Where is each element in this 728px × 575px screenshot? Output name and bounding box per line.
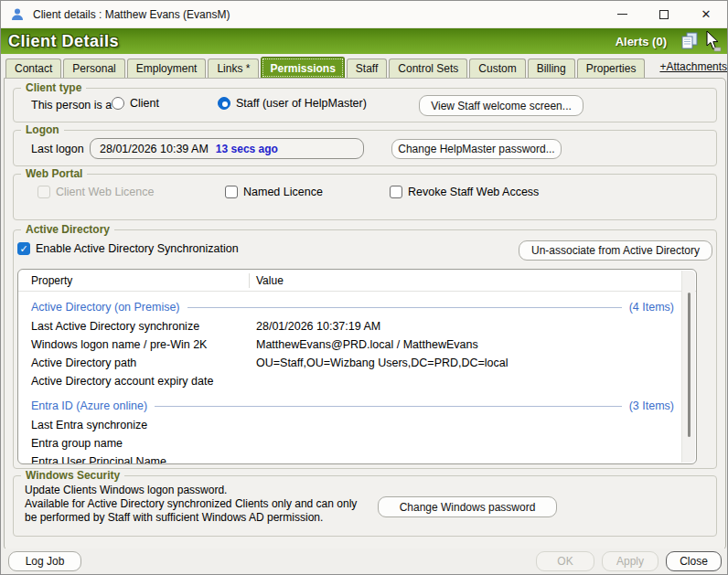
mouse-cursor-icon (705, 30, 722, 52)
ad-onpremise-section-title: Active Directory (on Premise) (31, 301, 180, 314)
tab-permissions[interactable]: Permissions (261, 57, 344, 79)
radio-staff-circle (218, 97, 230, 110)
radio-client[interactable]: Client (112, 97, 159, 110)
ad-onpremise-section-row: Active Directory (on Premise) (4 Items) (18, 297, 696, 317)
page-title: Client Details (8, 32, 119, 51)
client-type-prompt: This person is a .. (31, 99, 122, 112)
enable-ad-sync-label: Enable Active Directory Synchronization (36, 242, 239, 255)
attachments-link[interactable]: +Attachments (659, 60, 727, 79)
table-row[interactable]: Last Entra synchronize (18, 416, 696, 434)
logon-legend: Logon (21, 123, 64, 136)
close-icon: ✕ (701, 7, 712, 21)
change-helpmaster-password-button[interactable]: Change HelpMaster password... (391, 139, 562, 159)
web-portal-legend: Web Portal (21, 167, 87, 180)
section-divider-line (155, 406, 622, 407)
maximize-icon (659, 10, 669, 19)
maximize-button[interactable] (643, 1, 685, 27)
named-licence-checkbox[interactable]: Named Licence (225, 186, 323, 198)
person-icon (10, 7, 25, 22)
row-value: MatthewEvans@PRD.local / MatthewEvans (249, 338, 478, 351)
row-value: 28/01/2026 10:37:19 AM (249, 320, 380, 333)
ok-button[interactable]: OK (536, 551, 594, 571)
ad-property-table[interactable]: Property Value Active Directory (on Prem… (17, 269, 697, 464)
view-staff-welcome-button[interactable]: View Staff welcome screen... (419, 95, 583, 116)
entra-section-title: Entra ID (Azure online) (31, 399, 147, 412)
windows-security-text-line3: be performed by Staff with sufficient Wi… (25, 511, 323, 525)
tab-control-sets[interactable]: Control Sets (389, 59, 467, 79)
close-button[interactable]: ✕ (685, 1, 727, 27)
tab-strip: Contact Personal Employment Links * Perm… (5, 56, 723, 79)
permissions-tab-panel: Client type This person is a .. Client S… (4, 78, 726, 550)
row-property: Active Directory account expiry date (18, 375, 249, 388)
active-directory-group: Active Directory ✓ Enable Active Directo… (13, 229, 717, 469)
tab-custom[interactable]: Custom (469, 59, 525, 79)
row-property: Windows logon name / pre-Win 2K (18, 338, 249, 351)
change-windows-password-button[interactable]: Change Windows password (378, 496, 557, 517)
enable-ad-sync-box: ✓ (17, 242, 30, 255)
radio-staff-label: Staff (user of HelpMaster) (236, 97, 367, 110)
table-row[interactable]: Entra User Principal Name (18, 453, 696, 464)
tab-properties[interactable]: Properties (577, 59, 646, 79)
table-scrollbar[interactable] (681, 271, 695, 463)
page-header: Client Details Alerts (0) (1, 28, 727, 54)
ad-onpremise-item-count: (4 Items) (629, 301, 674, 314)
logon-group: Logon Last logon 28/01/2026 10:39 AM 13 … (13, 130, 717, 166)
apply-button[interactable]: Apply (602, 551, 658, 571)
windows-security-text-line1: Update Clients Windows logon password. (25, 484, 227, 497)
row-property: Entra group name (18, 437, 249, 450)
enable-ad-sync-checkbox[interactable]: ✓ Enable Active Directory Synchronizatio… (17, 242, 239, 255)
alerts-badge[interactable]: Alerts (0) (616, 35, 667, 48)
ad-table-body: Active Directory (on Premise) (4 Items) … (18, 297, 696, 464)
client-web-licence-checkbox: Client Web Licence (37, 186, 154, 198)
value-column-header[interactable]: Value (250, 274, 284, 287)
tab-links[interactable]: Links * (208, 59, 259, 79)
tab-contact[interactable]: Contact (5, 59, 61, 79)
row-value: OU=Staff,OU=Wizbang Users,DC=PRD,DC=loca… (249, 357, 509, 369)
windows-security-text-line2: Available for Active Directory synchroni… (25, 497, 357, 511)
unassociate-ad-button[interactable]: Un-associate from Active Directory (519, 240, 712, 261)
log-job-button[interactable]: Log Job (8, 551, 81, 571)
windows-security-group: Windows Security Update Clients Windows … (13, 475, 717, 537)
client-web-licence-box (37, 186, 50, 198)
table-row[interactable]: Last Active Directory synchronize 28/01/… (18, 317, 696, 335)
radio-client-circle (112, 97, 124, 110)
tab-employment[interactable]: Employment (127, 59, 207, 79)
entra-section-row: Entra ID (Azure online) (3 Items) (18, 396, 696, 416)
last-logon-ago: 13 secs ago (216, 143, 278, 155)
table-row[interactable]: Entra group name (18, 434, 696, 453)
radio-staff[interactable]: Staff (user of HelpMaster) (218, 97, 367, 110)
revoke-staff-web-access-label: Revoke Staff Web Access (408, 186, 539, 198)
close-dialog-button[interactable]: Close (666, 551, 722, 571)
last-logon-field[interactable]: 28/01/2026 10:39 AM 13 secs ago (90, 138, 364, 159)
row-property: Active Directory path (18, 357, 249, 369)
revoke-staff-web-access-checkbox[interactable]: Revoke Staff Web Access (390, 186, 539, 198)
footer-bar: Log Job OK Apply Close (1, 548, 727, 574)
tab-personal[interactable]: Personal (63, 59, 124, 79)
table-row[interactable]: Active Directory path OU=Staff,OU=Wizban… (18, 354, 696, 372)
titlebar: Client details : Matthew Evans (EvansM) … (1, 1, 727, 28)
revoke-staff-web-access-box (390, 186, 402, 198)
ad-table-header[interactable]: Property Value (18, 270, 696, 292)
client-details-window: Client details : Matthew Evans (EvansM) … (0, 0, 728, 575)
client-type-legend: Client type (21, 81, 86, 94)
tab-billing[interactable]: Billing (528, 59, 575, 79)
named-licence-box (225, 186, 238, 198)
section-divider-line (187, 307, 622, 308)
property-column-header[interactable]: Property (18, 274, 249, 287)
tab-staff[interactable]: Staff (347, 59, 387, 79)
windows-security-legend: Windows Security (21, 469, 124, 482)
client-web-licence-label: Client Web Licence (56, 186, 154, 198)
last-logon-label: Last logon (31, 143, 84, 155)
copy-icon[interactable] (680, 32, 700, 50)
window-title: Client details : Matthew Evans (EvansM) (33, 8, 230, 21)
active-directory-legend: Active Directory (21, 223, 114, 236)
table-row[interactable]: Active Directory account expiry date (18, 372, 696, 390)
entra-item-count: (3 Items) (629, 399, 674, 412)
minimize-button[interactable] (601, 1, 643, 27)
web-portal-group: Web Portal Client Web Licence Named Lice… (13, 174, 717, 220)
minimize-icon (617, 14, 627, 15)
client-type-group: Client type This person is a .. Client S… (13, 88, 717, 122)
scrollbar-thumb[interactable] (688, 293, 691, 437)
table-row[interactable]: Windows logon name / pre-Win 2K MatthewE… (18, 335, 696, 354)
radio-client-label: Client (130, 97, 159, 110)
